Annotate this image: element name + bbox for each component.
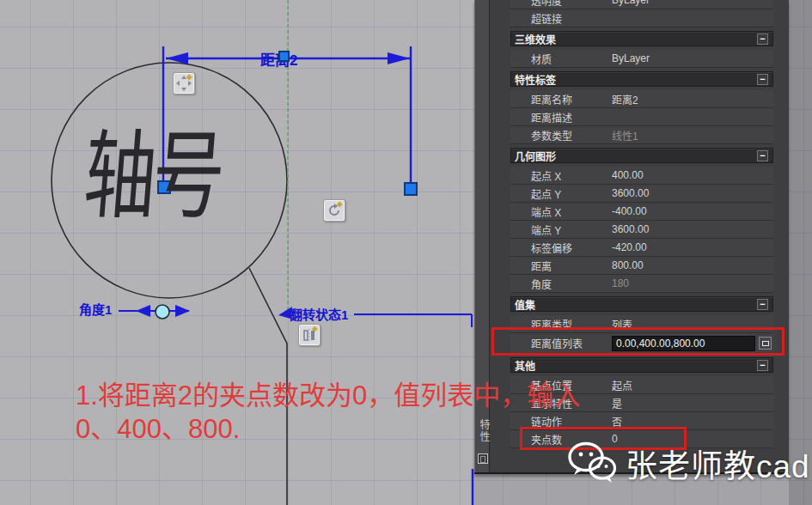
watermark-text: 张老师教cad [626,441,810,487]
distance-value-list-input[interactable]: 0.00,400.00,800.00 [612,336,755,351]
row-value[interactable]: 起点 [612,378,773,392]
section-title: 特性标签 [515,72,556,87]
tutorial-note: 1.将距离2的夹点数改为0，值列表中，输入 0、400、800. [76,379,580,446]
row-label: 距离描述 [510,110,612,125]
property-row-material[interactable]: 材质 ByLayer [510,50,773,68]
section-header-other[interactable]: 其他 − [510,357,773,373]
row-value[interactable]: -400.00 [612,205,773,217]
row-value[interactable]: 800.00 [612,259,773,271]
section-header-property-tags[interactable]: 特性标签 − [510,71,773,87]
row-value[interactable]: 否 [612,414,773,429]
flip-state-label[interactable]: 翻转状态1 [290,305,348,323]
row-label: 超链接 [510,11,612,26]
row-label: 距离 [510,259,612,273]
row-value[interactable]: 400.00 [612,169,773,181]
property-row-distance-desc[interactable]: 距离描述 [510,108,773,126]
row-label: 起点 Y [510,186,612,201]
axis-number-text[interactable]: 轴号 [80,122,225,233]
property-row-transparency[interactable]: 透明度 ByLayer [510,0,773,9]
row-value: 线性1 [612,128,773,143]
row-value[interactable]: 3600.00 [612,223,773,235]
property-row-distance-name[interactable]: 距离名称 距离2 [510,90,773,108]
wechat-icon [565,440,620,488]
collapse-minus-button[interactable]: − [757,150,768,161]
property-row-start-x[interactable]: 起点 X 400.00 [510,167,773,185]
row-label: 端点 X [510,204,612,219]
collapse-minus-button[interactable]: − [757,33,768,45]
row-label: 端点 Y [510,222,612,237]
row-label: 距离名称 [510,92,612,106]
collapse-minus-button[interactable]: − [757,74,768,85]
sparkle-icon: ✦ [186,73,193,82]
row-value[interactable]: 列表 [612,317,773,332]
move-parameter-button[interactable]: ✦ [173,72,195,94]
property-row-label-offset[interactable]: 标签偏移 -420.00 [510,239,773,257]
angle-arrow-right-icon [175,305,190,317]
row-label: 距离值列表 [510,336,612,350]
row-value[interactable]: -420.00 [612,241,773,253]
rotate-parameter-button[interactable]: ✦ [323,199,345,222]
row-label: 透明度 [510,0,612,8]
flip-parameter-button[interactable]: ✦ [298,324,321,346]
property-row-end-y[interactable]: 端点 Y 3600.00 [510,221,773,239]
property-row-start-y[interactable]: 起点 Y 3600.00 [510,185,773,203]
watermark: 张老师教cad [565,440,810,488]
properties-palette-icon[interactable] [478,453,488,464]
section-title: 几何图形 [515,149,556,163]
collapse-minus-button[interactable]: − [757,299,768,310]
property-row-angle[interactable]: 角度 180 [510,275,773,293]
grip-dimension-label[interactable] [278,51,290,62]
row-value[interactable]: 3600.00 [612,187,773,199]
row-value[interactable]: 距离2 [612,92,773,106]
row-label: 参数类型 [510,128,612,143]
grip-right[interactable] [405,183,417,195]
section-title: 其他 [515,358,535,373]
tutorial-note-line1: 1.将距离2的夹点数改为0，值列表中，输入 [76,379,580,412]
sparkle-icon: ✦ [311,325,319,334]
section-header-3d-effects[interactable]: 三维效果 − [510,31,773,46]
property-row-distance-value-list[interactable]: 距离值列表 0.00,400.00,800.00 [510,333,773,354]
section-header-geometry[interactable]: 几何图形 − [510,148,773,163]
property-row-hyperlink[interactable]: 超链接 [510,9,773,27]
row-value[interactable]: ByLayer [612,52,773,64]
section-title: 三维效果 [515,32,556,46]
row-value[interactable]: ByLayer [612,0,773,6]
tutorial-note-line2: 0、400、800. [76,412,580,446]
collapse-minus-button[interactable]: − [757,360,768,371]
row-label: 角度 [510,277,612,291]
expand-icon [762,341,769,346]
value-list-expand-button[interactable] [759,337,772,350]
row-label: 起点 X [510,168,612,183]
dimension-arrow-right-icon [388,52,410,64]
row-label: 材质 [510,52,612,66]
angle-knob-grip[interactable] [156,305,169,319]
row-label: 距离类型 [510,317,612,332]
section-header-value-set[interactable]: 值集 − [510,296,773,312]
property-row-distance-type[interactable]: 距离类型 列表 [510,315,773,333]
row-label: 标签偏移 [510,240,612,255]
section-title: 值集 [515,297,535,312]
angle-parameter-label[interactable]: 角度1 [79,300,112,318]
row-value[interactable]: 是 [612,396,773,411]
property-row-end-x[interactable]: 端点 X -400.00 [510,203,773,221]
cad-application-window: 轴号 距离2 角度1 翻转状态1 ✦ ✦ ✦ 1.将距离2的夹点数改为0，值列表… [0,0,812,505]
sparkle-icon: ✦ [336,200,344,210]
property-row-parameter-type[interactable]: 参数类型 线性1 [510,126,773,144]
angle-arrow-left-icon [136,305,150,317]
row-value: 180 [612,277,773,289]
property-row-distance[interactable]: 距离 800.00 [510,257,773,275]
